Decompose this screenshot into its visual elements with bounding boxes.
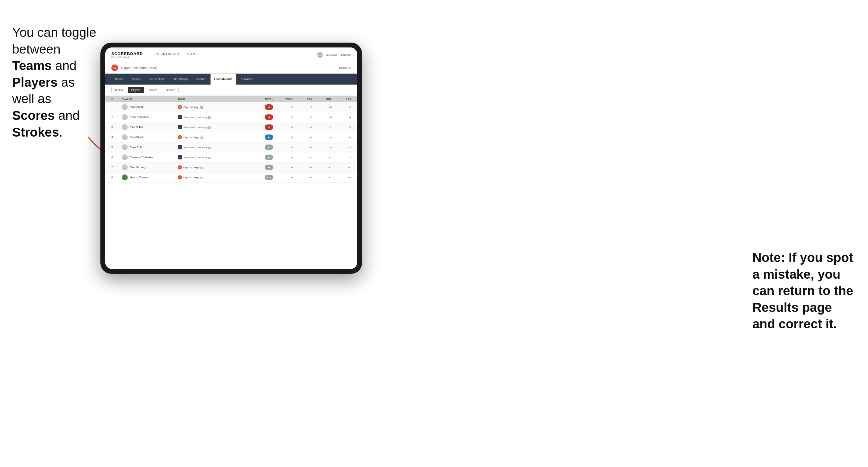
leaderboard-table: # PLAYER TEAM TOTAL THRU RD1 RD2 RD3 1 E… xyxy=(105,96,357,269)
score-badge: E xyxy=(265,134,273,140)
team-logo-scoreboard: ≡ xyxy=(178,155,182,159)
team-logo-scoreboard: ≡ xyxy=(178,145,182,149)
logo-sub: Powered by clippd xyxy=(111,56,143,58)
svg-point-15 xyxy=(124,166,126,168)
nav-teams[interactable]: TEAMS xyxy=(183,48,201,62)
avatar xyxy=(122,104,128,110)
score-badge: -4 xyxy=(265,115,273,120)
svg-point-5 xyxy=(124,116,126,118)
table-row: 3 Rich Butler ≡ Scoreboard University [A… xyxy=(105,122,357,132)
tournament-name: Clippd Invitational (Men) xyxy=(121,66,157,70)
table-row: 1 Elliot Ebert C Clippd College [A] -8 F… xyxy=(105,102,357,112)
table-row: 4 David Ford C Clippd College [A] E F +1 xyxy=(105,132,357,143)
tab-tee-groups[interactable]: Tee Groups xyxy=(170,74,192,85)
col-thru: THRU xyxy=(274,98,293,100)
close-icon: ✕ xyxy=(349,66,351,69)
tab-results[interactable]: Results xyxy=(193,74,209,85)
svg-point-12 xyxy=(124,148,126,149)
team-logo-clippd: C xyxy=(178,165,182,169)
table-row: 7 Blair McHarg C Clippd College [A] +8 F… xyxy=(105,162,357,173)
score-badge: +11 xyxy=(265,175,273,180)
tab-details[interactable]: Details xyxy=(111,74,127,85)
tab-printables[interactable]: Printables xyxy=(237,74,256,85)
tab-teams[interactable]: Teams xyxy=(128,74,144,85)
tab-leaderboards[interactable]: Leaderboards xyxy=(211,74,236,85)
header-right: Test User | Sign out xyxy=(317,52,351,58)
svg-point-13 xyxy=(124,156,126,158)
team-logo-scoreboard: ≡ xyxy=(178,115,182,119)
tablet-frame: SCOREBOARD Powered by clippd TOURNAMENTS… xyxy=(100,42,362,274)
toggle-strokes[interactable]: Strokes xyxy=(163,87,179,93)
toggle-bar: Teams Players Scores Strokes xyxy=(105,85,357,96)
app-header: SCOREBOARD Powered by clippd TOURNAMENTS… xyxy=(105,48,357,62)
score-badge: +6 xyxy=(265,155,273,160)
tournament-bar: C Clippd Invitational (Men) Cancel ✕ xyxy=(105,62,357,74)
toggle-teams[interactable]: Teams xyxy=(111,87,126,93)
sign-out-link[interactable]: Sign out xyxy=(341,53,351,56)
toggle-players[interactable]: Players xyxy=(128,87,144,93)
avatar xyxy=(122,174,128,180)
col-total: TOTAL xyxy=(255,98,273,100)
col-rd3: RD3 xyxy=(333,98,351,100)
tab-course-setup[interactable]: Course Setup xyxy=(145,74,169,85)
col-rd2: RD2 xyxy=(313,98,332,100)
user-name: Test User | xyxy=(326,53,339,56)
tournament-logo: C xyxy=(111,64,118,71)
tablet-screen: SCOREBOARD Powered by clippd TOURNAMENTS… xyxy=(105,48,357,269)
team-logo-clippd: C xyxy=(178,135,182,139)
svg-point-4 xyxy=(124,108,126,109)
score-badge: -8 xyxy=(265,104,273,110)
user-avatar xyxy=(317,52,323,58)
svg-point-6 xyxy=(124,118,126,119)
team-logo-scoreboard: ≡ xyxy=(178,125,182,129)
table-row: 8 Marcus Turners C Clippd College [A] +1… xyxy=(105,173,357,183)
logo-area: SCOREBOARD Powered by clippd xyxy=(111,52,143,58)
col-player: PLAYER xyxy=(122,98,177,100)
svg-point-14 xyxy=(124,158,126,159)
svg-point-19 xyxy=(124,178,126,179)
svg-point-1 xyxy=(319,53,321,55)
svg-point-16 xyxy=(124,168,126,169)
avatar xyxy=(122,164,128,170)
avatar xyxy=(122,154,128,160)
avatar xyxy=(122,114,128,120)
tab-nav: Details Teams Course Setup Tee Groups Re… xyxy=(105,74,357,85)
col-rank: # xyxy=(111,98,121,100)
svg-point-3 xyxy=(124,105,126,107)
avatar xyxy=(122,134,128,140)
table-row: 6 Cameron Robertson ≡ Scoreboard Univers… xyxy=(105,152,357,162)
svg-point-8 xyxy=(124,128,126,129)
table-header: # PLAYER TEAM TOTAL THRU RD1 RD2 RD3 xyxy=(105,96,357,102)
col-team: TEAM xyxy=(178,98,245,100)
score-badge: -2 xyxy=(265,124,273,130)
cancel-button[interactable]: Cancel ✕ xyxy=(339,66,351,69)
header-nav: TOURNAMENTS TEAMS xyxy=(150,48,317,62)
svg-point-2 xyxy=(318,56,322,58)
avatar xyxy=(122,144,128,150)
svg-point-10 xyxy=(124,138,126,139)
svg-point-7 xyxy=(124,126,126,127)
team-logo-clippd: C xyxy=(178,175,182,180)
annotation-left: You can toggle between Teams and Players… xyxy=(12,24,97,141)
avatar xyxy=(122,124,128,130)
score-badge: +8 xyxy=(265,164,273,170)
toggle-scores[interactable]: Scores xyxy=(146,87,161,93)
col-rd1: RD1 xyxy=(294,98,312,100)
annotation-right: Note: If you spot a mistake, you can ret… xyxy=(752,249,856,333)
team-logo-clippd: C xyxy=(178,105,182,109)
logo-text: SCOREBOARD xyxy=(111,52,143,56)
table-row: 5 Rees Britt ≡ Scoreboard University [A]… xyxy=(105,143,357,152)
svg-point-11 xyxy=(124,146,126,148)
table-row: 2 Chris Robertson ≡ Scoreboard Universit… xyxy=(105,112,357,122)
score-badge: +1 xyxy=(265,145,273,150)
svg-point-9 xyxy=(124,136,126,137)
svg-point-18 xyxy=(124,176,126,178)
nav-tournaments[interactable]: TOURNAMENTS xyxy=(150,48,183,62)
